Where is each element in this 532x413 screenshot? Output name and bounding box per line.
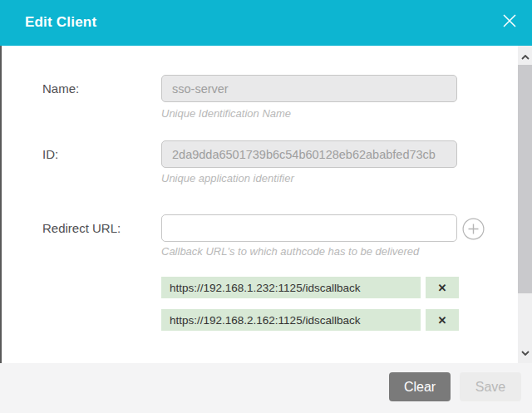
modal-header: Edit Client [0,0,532,46]
redirect-url-helper-text: Callback URL's to which authcode has to … [161,245,419,258]
plus-circle-icon [462,230,485,243]
remove-icon: ✕ [438,282,447,294]
chevron-up-icon [521,50,530,62]
close-icon [502,13,517,31]
name-input [161,75,457,102]
edit-client-modal: Edit Client Name: Unique Identification … [0,0,532,413]
name-label: Name: [42,81,79,96]
close-button[interactable] [498,10,521,33]
left-border-divider [0,46,2,413]
chevron-down-icon [521,346,530,358]
vertical-scrollbar[interactable] [518,46,532,363]
remove-callback-url-button[interactable]: ✕ [426,309,459,331]
modal-title: Edit Client [25,14,96,31]
id-helper-text: Unique application identifier [161,172,294,184]
name-helper-text: Unique Identification Name [161,107,291,120]
save-button: Save [460,372,521,401]
scroll-down-button[interactable] [518,343,532,360]
id-label: ID: [42,147,58,161]
redirect-url-label: Redirect URL: [42,221,121,235]
clear-button[interactable]: Clear [389,372,451,401]
redirect-url-input[interactable] [161,214,457,242]
id-input [161,140,457,168]
modal-footer: Clear Save [0,363,532,413]
add-redirect-url-button[interactable] [462,218,485,240]
remove-callback-url-button[interactable]: ✕ [426,277,459,298]
scroll-up-button[interactable] [518,47,532,64]
callback-url-item: https://192.168.1.232:1125/idscallback [161,277,421,298]
callback-url-item: https://192.168.2.162:1125/idscallback [161,309,421,331]
remove-icon: ✕ [438,314,447,327]
scrollbar-thumb[interactable] [518,65,532,293]
